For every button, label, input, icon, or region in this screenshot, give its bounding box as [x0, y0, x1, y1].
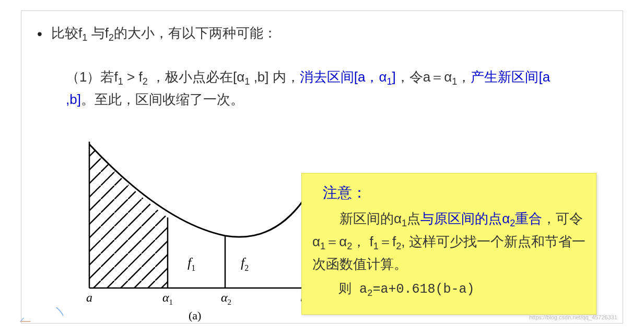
- svg-rect-6: [89, 142, 168, 288]
- note-box: 注意： 新区间的α1点与原区间的点α2重合，可令α1＝α2， f1＝f2, 这样…: [301, 173, 596, 315]
- paragraph-1: （1）若f1 > f2 ，极小点必在[α1 ,b] 内，消去区间[a，α1]，令…: [66, 67, 565, 109]
- bullet-text-3: 的大小，有以下两种可能：: [114, 25, 277, 41]
- p1j: 。至此，区间收缩了一次。: [81, 91, 244, 107]
- bullet-heading: • 比较f1 与f2的大小，有以下两种可能：: [37, 24, 607, 43]
- note-equation: 则 a2=a+0.618(b-a): [312, 280, 586, 301]
- diagram-caption: (a): [189, 309, 201, 322]
- label-alpha2: α2: [221, 291, 231, 306]
- p1a: （1）若f: [66, 69, 118, 85]
- p1c: ，极小点必在[α: [148, 69, 244, 85]
- p1-blue1: 消去区间[a，α1]: [300, 69, 396, 85]
- label-a: a: [86, 291, 92, 304]
- n1g: ， f: [352, 234, 373, 249]
- p1h: ，: [457, 69, 471, 85]
- bullet-text-1: 比较f: [51, 25, 82, 41]
- n1h: ＝f: [379, 234, 396, 249]
- p1g-pre: ，令a＝α: [396, 69, 452, 85]
- label-f1: f1: [188, 255, 195, 272]
- label-f2: f2: [241, 255, 249, 272]
- p1b: > f: [123, 69, 143, 85]
- p1d: ,b] 内，: [250, 69, 299, 85]
- slide-container: • 比较f1 与f2的大小，有以下两种可能： （1）若f1 > f2 ，极小点必…: [21, 10, 623, 324]
- n1c-blue: 与原区间的点α2重合: [420, 211, 542, 226]
- n1f: ＝α: [325, 234, 347, 249]
- diagram-svg: f1 f2 a α1 α2 b (a): [74, 131, 314, 325]
- diagram-figure: f1 f2 a α1 α2 b (a): [74, 131, 314, 325]
- bullet-text-2: 与f: [87, 25, 108, 41]
- note-title: 注意：: [323, 181, 586, 204]
- n1b: 点: [407, 211, 420, 226]
- n1a: 新区间的α: [339, 211, 402, 226]
- watermark: https://blog.csdn.net/qq_45726331: [529, 314, 617, 320]
- label-alpha1: α1: [162, 291, 173, 306]
- bullet-dot: •: [37, 26, 42, 42]
- note-body: 新区间的α1点与原区间的点α2重合，可令α1＝α2， f1＝f2, 这样可少找一…: [312, 208, 586, 274]
